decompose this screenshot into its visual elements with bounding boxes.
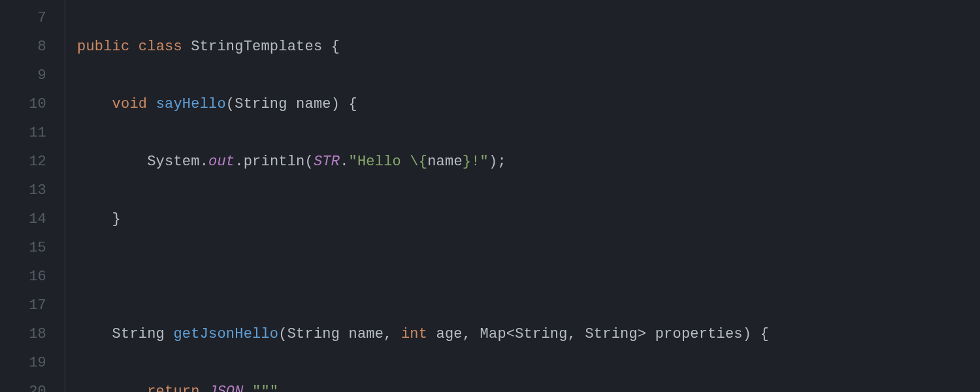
code-line[interactable]: void sayHello(String name) {: [77, 90, 980, 119]
type-map: Map: [480, 326, 506, 342]
paren-close: ): [331, 96, 340, 112]
line-number: 12: [0, 148, 46, 176]
code-editor[interactable]: 7 8 9 10 11 12 13 14 15 16 17 18 19 20 p…: [0, 0, 980, 392]
keyword-void: void: [112, 96, 148, 112]
line-number: 16: [0, 263, 46, 291]
param-name: name: [427, 154, 463, 170]
method-name: getJsonHello: [173, 326, 278, 342]
string-literal: !": [471, 154, 489, 170]
line-number: 20: [0, 378, 46, 392]
line-number: 14: [0, 205, 46, 234]
method-name: sayHello: [156, 96, 226, 112]
field-out: out: [208, 154, 235, 170]
class-name: StringTemplates: [191, 39, 322, 55]
line-number: 8: [0, 33, 46, 61]
keyword-int: int: [401, 326, 427, 342]
type-string: String: [235, 96, 287, 112]
processor-json: JSON: [208, 384, 244, 392]
line-number: 11: [0, 119, 46, 148]
param-name: name: [296, 96, 331, 112]
code-line[interactable]: String getJsonHello(String name, int age…: [77, 320, 980, 349]
paren-open: (: [226, 96, 235, 112]
code-line[interactable]: public class StringTemplates {: [77, 33, 980, 61]
method-println: println: [244, 154, 305, 170]
brace-close: }: [112, 211, 121, 227]
line-number-gutter: 7 8 9 10 11 12 13 14 15 16 17 18 19 20: [0, 0, 65, 392]
keyword-class: class: [139, 39, 182, 55]
code-line[interactable]: System.out.println(STR."Hello \{name}!")…: [77, 148, 980, 176]
code-line[interactable]: }: [77, 205, 980, 234]
keyword-return: return: [147, 384, 199, 392]
string-triple-quote: """: [252, 384, 278, 392]
brace-open: {: [760, 326, 769, 342]
brace-open: {: [349, 96, 357, 112]
identifier-system: System: [147, 154, 199, 170]
code-line[interactable]: return JSON.""": [77, 378, 980, 392]
template-escape: \{: [410, 154, 427, 170]
code-area[interactable]: public class StringTemplates { void sayH…: [65, 0, 980, 392]
string-literal: "Hello: [349, 154, 410, 170]
line-number: 17: [0, 291, 46, 320]
line-number: 15: [0, 234, 46, 263]
line-number: 19: [0, 349, 46, 378]
code-line[interactable]: [77, 263, 980, 291]
line-number: 10: [0, 90, 46, 119]
line-number: 18: [0, 320, 46, 349]
keyword-public: public: [77, 39, 129, 55]
line-number: 7: [0, 4, 46, 33]
processor-str: STR: [314, 154, 340, 170]
type-string: String: [112, 326, 165, 342]
brace-open: {: [331, 39, 340, 55]
line-number: 9: [0, 61, 46, 90]
line-number: 13: [0, 176, 46, 205]
template-escape: }: [463, 154, 471, 170]
